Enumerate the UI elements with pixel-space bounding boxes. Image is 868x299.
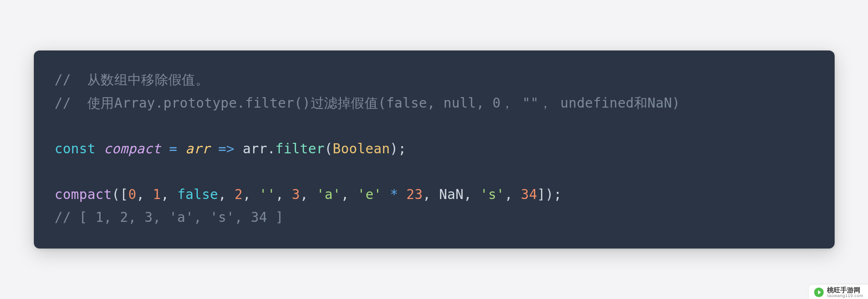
paren-open: ( <box>325 141 333 157</box>
boolean-false: false <box>177 187 218 202</box>
comment-slashes: // <box>55 95 79 111</box>
number: 3 <box>292 187 300 202</box>
identifier-nan: NaN <box>439 187 463 202</box>
fn-call-compact: compact <box>55 187 112 202</box>
identifier-compact: compact <box>103 141 161 157</box>
operator-arrow: => <box>210 141 243 157</box>
string: 's' <box>480 187 504 202</box>
type-boolean: Boolean <box>333 141 390 157</box>
watermark-text: 桃旺手游网 taowang119.com <box>827 287 863 298</box>
comment-text: 使用Array.prototype.filter()过滤掉假值(false, n… <box>79 95 680 111</box>
number: 2 <box>235 187 243 202</box>
param-arr: arr <box>185 141 210 157</box>
watermark: 桃旺手游网 taowang119.com <box>809 285 868 299</box>
method-filter: filter <box>276 141 325 157</box>
code-block: // 从数组中移除假值。 // 使用Array.prototype.filter… <box>34 50 835 248</box>
code-line-6: compact([0, 1, false, 2, '', 3, 'a', 'e'… <box>55 183 814 206</box>
semicolon: ; <box>398 141 406 157</box>
number: 34 <box>521 187 537 202</box>
code-line-4: const compact = arr => arr.filter(Boolea… <box>55 138 814 160</box>
string: 'e' <box>357 187 382 202</box>
keyword-const: const <box>55 141 96 157</box>
watermark-name: 桃旺手游网 <box>827 287 863 294</box>
comment-slashes: // <box>55 72 79 88</box>
code-line-7: // [ 1, 2, 3, 'a', 's', 34 ] <box>55 206 814 229</box>
watermark-logo-icon <box>814 287 824 298</box>
number: 0 <box>128 187 136 202</box>
dot: . <box>267 141 276 157</box>
comment-result: // [ 1, 2, 3, 'a', 's', 34 ] <box>55 209 284 225</box>
identifier-arr: arr <box>243 141 267 157</box>
operator-multiply: * <box>382 187 406 202</box>
blank-line <box>55 115 814 138</box>
number: 1 <box>153 187 161 202</box>
code-line-2: // 使用Array.prototype.filter()过滤掉假值(false… <box>55 92 814 115</box>
comment-text: 从数组中移除假值。 <box>79 72 209 88</box>
code-line-1: // 从数组中移除假值。 <box>55 69 814 91</box>
number: 23 <box>407 187 423 202</box>
string-empty: '' <box>259 187 276 202</box>
operator-equals: = <box>161 141 185 157</box>
bracket-close: ]); <box>537 187 562 202</box>
watermark-url: taowang119.com <box>827 294 863 298</box>
bracket-open: ([ <box>112 187 128 202</box>
blank-line <box>55 160 814 183</box>
string: 'a' <box>317 187 341 202</box>
paren-close: ) <box>390 141 398 157</box>
